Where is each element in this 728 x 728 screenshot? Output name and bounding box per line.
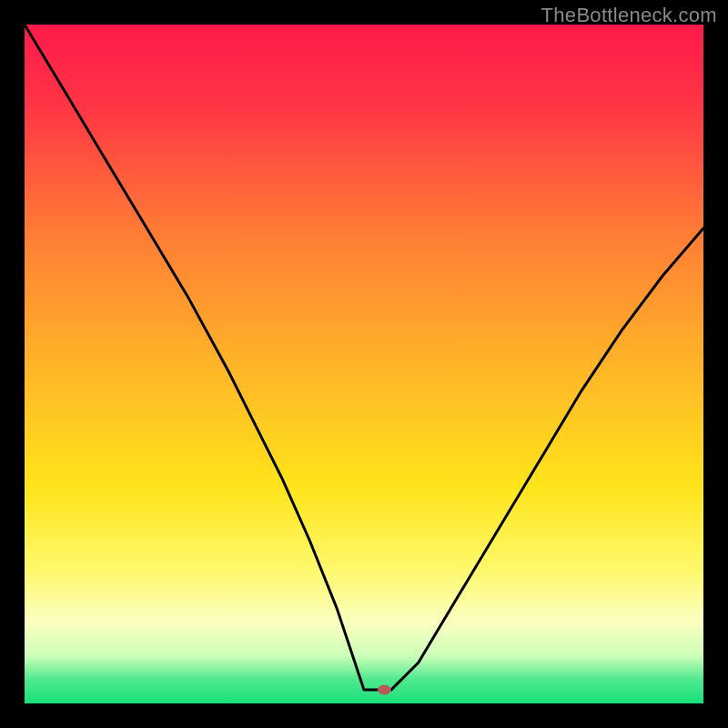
plot-area	[25, 25, 703, 703]
chart-svg	[25, 25, 703, 703]
chart-frame: TheBottleneck.com	[0, 0, 728, 728]
watermark-text: TheBottleneck.com	[541, 4, 717, 27]
optimal-point-marker	[378, 685, 390, 694]
gradient-background	[25, 25, 703, 703]
